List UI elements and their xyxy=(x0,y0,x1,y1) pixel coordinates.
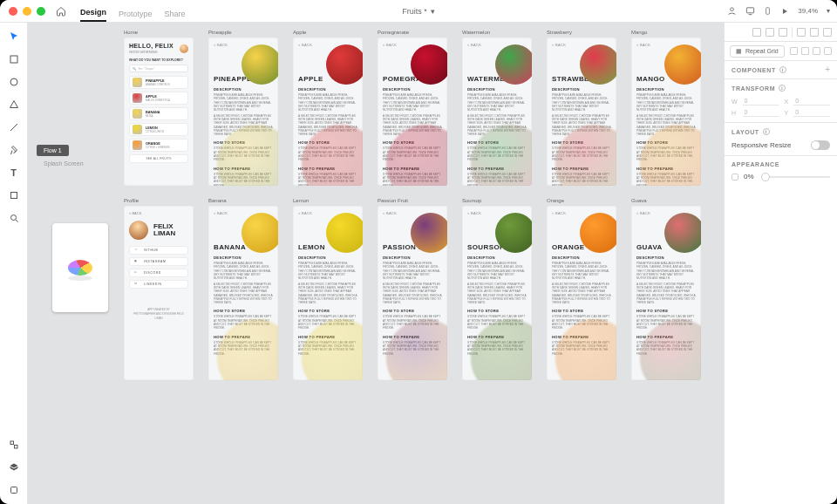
social-row-discord[interactable]: ✉DISCORD xyxy=(129,269,188,277)
artboard-soursop[interactable]: < BACK SOURSOP DESCRIPTION PINEAPPLES AR… xyxy=(462,206,532,380)
align-right-icon[interactable] xyxy=(779,28,787,37)
artboard-label[interactable]: Home xyxy=(124,30,194,35)
artboard-home[interactable]: HELLO, FELIX GOOD MORNING WHAT DO YOU WA… xyxy=(124,37,194,186)
avatar[interactable] xyxy=(180,44,188,53)
chevron-down-icon[interactable]: ▾ xyxy=(431,7,435,16)
assets-icon[interactable] xyxy=(7,438,21,452)
list-item[interactable]: PINEAPPLEANANAS COMOSUS xyxy=(129,76,188,89)
artboard-watermelon[interactable]: < BACK WATERMELON DESCRIPTION PINEAPPLES… xyxy=(462,37,532,186)
align-left-icon[interactable] xyxy=(752,28,761,37)
info-icon[interactable]: i xyxy=(763,128,770,135)
polygon-tool-icon[interactable] xyxy=(7,98,21,112)
artboard-label[interactable]: Soursop xyxy=(462,198,532,203)
home-icon[interactable] xyxy=(56,6,66,17)
zoom-level[interactable]: 39,4% xyxy=(798,7,818,15)
tab-share[interactable]: Share xyxy=(165,10,186,22)
minimize-window-button[interactable] xyxy=(23,7,31,16)
artboard-splash[interactable] xyxy=(52,223,108,312)
align-top-icon[interactable] xyxy=(797,28,806,37)
artboard-guava[interactable]: < BACK GUAVA DESCRIPTION PINEAPPLES ARE … xyxy=(631,206,701,380)
line-tool-icon[interactable] xyxy=(7,120,21,134)
artboard-profile[interactable]: < BACK FELIXLIMAN ⌥GITHUB ▣INSTAGRAM ✉DI… xyxy=(124,206,194,380)
pomegranate-image xyxy=(411,44,447,85)
artboard-mango[interactable]: < BACK MANGO DESCRIPTION PINEAPPLES ARE … xyxy=(631,37,701,186)
fruit-thumb xyxy=(133,109,142,119)
list-item[interactable]: LEMONCITRUS LIMON xyxy=(129,123,188,136)
pen-tool-icon[interactable] xyxy=(7,143,21,157)
artboard-label[interactable]: Watermelon xyxy=(462,30,532,35)
artboard-pomegranate[interactable]: < BACK POMEGRANATE DESCRIPTION PINEAPPLE… xyxy=(378,37,447,186)
artboard-label[interactable]: Pomegranate xyxy=(378,30,447,35)
close-window-button[interactable] xyxy=(9,7,17,16)
align-center-v-icon[interactable] xyxy=(810,28,819,37)
artboard-label[interactable]: Banana xyxy=(208,198,278,203)
flow-badge[interactable]: Flow 1 xyxy=(37,145,69,156)
artboard-label[interactable]: Passion Fruit xyxy=(378,198,447,203)
artboard-label[interactable]: Lemon xyxy=(293,198,363,203)
back-link[interactable]: < BACK xyxy=(129,211,188,215)
text-tool-icon[interactable]: T xyxy=(7,166,21,180)
see-all-button[interactable]: SEE ALL FRUITS xyxy=(129,154,188,163)
artboard-label-splash[interactable]: Splash Screen xyxy=(38,159,89,168)
info-icon[interactable]: i xyxy=(779,85,786,92)
artboard-apple[interactable]: < BACK APPLE DESCRIPTION PINEAPPLES ARE … xyxy=(293,37,363,186)
artboard-label[interactable]: Mango xyxy=(631,30,701,35)
artboard-label[interactable]: Orange xyxy=(547,198,616,203)
artboard-label[interactable]: Pineapple xyxy=(208,30,278,35)
artboard-label[interactable]: Profile xyxy=(124,198,194,203)
artboard-label[interactable]: Apple xyxy=(293,30,363,35)
tab-design[interactable]: Design xyxy=(80,8,106,22)
align-controls xyxy=(725,23,837,42)
social-row-linkedin[interactable]: inLINKEDIN xyxy=(129,280,188,289)
artboard-label[interactable]: Guava xyxy=(631,198,701,203)
ellipse-tool-icon[interactable] xyxy=(7,75,21,89)
canvas[interactable]: Flow 1 Splash Screen Home HELLO, FELIX G… xyxy=(28,23,724,504)
chevron-down-icon[interactable]: ▾ xyxy=(827,7,830,15)
social-row-github[interactable]: ⌥GITHUB xyxy=(129,246,188,255)
responsive-toggle[interactable] xyxy=(811,140,830,150)
subtract-icon[interactable] xyxy=(801,47,809,55)
artboard-lemon[interactable]: < BACK LEMON DESCRIPTION PINEAPPLES ARE … xyxy=(293,206,363,380)
repeat-grid-button[interactable]: ▦ Repeat Grid xyxy=(730,45,785,58)
height-field[interactable] xyxy=(743,108,779,117)
social-row-instagram[interactable]: ▣INSTAGRAM xyxy=(129,257,188,266)
search-input[interactable]: 🔍 Ex: "Grape" xyxy=(129,65,188,72)
mobile-preview-icon[interactable] xyxy=(764,6,772,16)
artboard-strawberry[interactable]: < BACK STRAWBERRY DESCRIPTION PINEAPPLES… xyxy=(547,37,616,186)
desktop-preview-icon[interactable] xyxy=(745,6,755,16)
union-icon[interactable] xyxy=(790,47,798,55)
x-field[interactable] xyxy=(793,97,830,106)
exclude-icon[interactable] xyxy=(824,47,832,55)
y-field[interactable] xyxy=(793,108,830,117)
user-icon[interactable] xyxy=(727,6,737,16)
artboard-pineapple[interactable]: < BACK PINEAPPLE DESCRIPTION PINEAPPLES … xyxy=(208,37,278,186)
plugins-icon[interactable] xyxy=(7,483,21,497)
social-label: DISCORD xyxy=(144,271,161,275)
rectangle-tool-icon[interactable] xyxy=(7,52,21,66)
description-text: PINEAPPLES ARE AVAILABLE FRESH, FROZEN, … xyxy=(214,93,273,112)
layers-icon[interactable] xyxy=(7,460,21,474)
list-item[interactable]: ORANGECITRUS × SINENSIS xyxy=(129,139,188,152)
align-bottom-icon[interactable] xyxy=(823,28,832,37)
zoom-tool-icon[interactable] xyxy=(7,211,21,225)
description-text-2: A SELECTED FRUIT, CHOOSE PINEAPPLES WITH… xyxy=(383,283,442,305)
artboard-passion[interactable]: < BACK PASSION FRUIT DESCRIPTION PINEAPP… xyxy=(378,206,447,380)
width-field[interactable] xyxy=(743,97,779,106)
list-item[interactable]: APPLEMALUS DOMESTICA xyxy=(129,92,188,105)
play-icon[interactable] xyxy=(780,7,789,16)
artboard-banana[interactable]: < BACK BANANA DESCRIPTION PINEAPPLES ARE… xyxy=(208,206,278,380)
description-text: PINEAPPLES ARE AVAILABLE FRESH, FROZEN, … xyxy=(214,262,273,281)
artboard-orange[interactable]: < BACK ORANGE DESCRIPTION PINEAPPLES ARE… xyxy=(547,206,616,380)
info-icon[interactable]: i xyxy=(779,66,786,73)
intersect-icon[interactable] xyxy=(813,47,820,55)
zoom-window-button[interactable] xyxy=(37,7,45,16)
align-center-h-icon[interactable] xyxy=(766,28,774,37)
list-item[interactable]: BANANAMUSA xyxy=(129,107,188,120)
add-component-button[interactable]: + xyxy=(825,66,830,73)
artboard-tool-icon[interactable] xyxy=(7,188,21,202)
select-tool-icon[interactable] xyxy=(7,30,21,44)
tab-prototype[interactable]: Prototype xyxy=(119,10,153,22)
opacity-checkbox[interactable] xyxy=(732,174,738,180)
artboard-label[interactable]: Strawberry xyxy=(547,30,616,35)
opacity-slider[interactable] xyxy=(761,176,830,178)
